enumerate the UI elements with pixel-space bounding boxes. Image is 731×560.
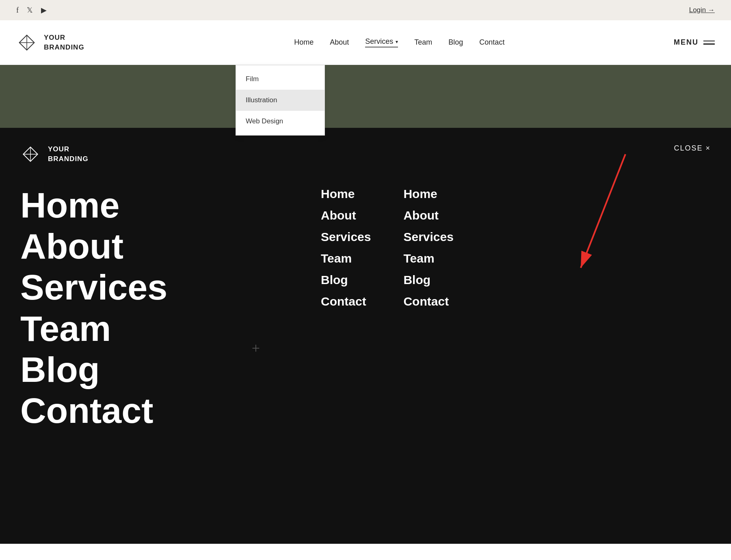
fs-nav-col-1: Home About Services Team Blog Contact [321,185,371,519]
fs-nav-about[interactable]: About [20,226,215,267]
fs-col1-about[interactable]: About [321,206,371,224]
fs-logo-icon [20,144,41,164]
nav-contact[interactable]: Contact [479,38,504,47]
fs-nav-home[interactable]: Home [20,185,215,226]
nav-team[interactable]: Team [414,38,432,47]
fs-nav-team[interactable]: Team [20,308,215,349]
menu-toggle[interactable]: MENU [674,38,715,47]
login-link[interactable]: Login → [689,6,715,14]
fs-col1-contact[interactable]: Contact [321,292,371,310]
youtube-icon[interactable]: ▶ [41,6,47,15]
main-nav: Home About Services ▾ Team Blog Contact [125,37,674,47]
fs-content: Home About Services Team Blog Contact + … [20,177,711,519]
header-wrapper: YOUR BRANDING Home About Services ▾ Team… [0,20,731,65]
nav-blog[interactable]: Blog [448,38,463,47]
fs-col2-team[interactable]: Team [403,249,453,267]
fs-nav-contact[interactable]: Contact [20,390,215,431]
fullscreen-menu: YOUR BRANDING CLOSE × Home About Service… [0,128,731,544]
fs-col1-team[interactable]: Team [321,249,371,267]
fs-logo-area[interactable]: YOUR BRANDING [20,144,89,164]
plus-icon[interactable]: + [252,340,260,357]
logo-text: YOUR BRANDING [44,33,84,52]
facebook-icon[interactable]: f [16,6,19,15]
fs-col1-services[interactable]: Services [321,228,371,246]
dropdown-item-webdesign[interactable]: Web Design [236,111,324,132]
close-button[interactable]: CLOSE × [674,144,711,153]
fs-col2-contact[interactable]: Contact [403,292,453,310]
fs-col2-home[interactable]: Home [403,185,453,203]
fs-col2-about[interactable]: About [403,206,453,224]
services-dropdown: Film Illustration Web Design [236,65,325,136]
fs-logo-text: YOUR BRANDING [48,144,89,164]
dropdown-item-film[interactable]: Film [236,69,324,90]
top-bar: f 𝕏 ▶ Login → [0,0,731,20]
hamburger-icon [703,41,715,45]
fs-col1-home[interactable]: Home [321,185,371,203]
main-header: YOUR BRANDING Home About Services ▾ Team… [0,20,731,65]
fs-plus-area: + [215,177,296,519]
nav-services[interactable]: Services ▾ [365,37,398,47]
fs-secondary-navs: Home About Services Team Blog Contact Ho… [296,177,711,519]
logo-icon [16,32,37,53]
fs-nav-services[interactable]: Services [20,267,215,308]
menu-label: MENU [674,38,699,47]
nav-home[interactable]: Home [294,38,314,47]
twitter-icon[interactable]: 𝕏 [27,6,33,15]
fs-col1-blog[interactable]: Blog [321,271,371,289]
hero-section [0,65,731,128]
chevron-down-icon: ▾ [396,39,398,45]
fs-nav-blog[interactable]: Blog [20,349,215,390]
fs-col2-services[interactable]: Services [403,228,453,246]
logo-area[interactable]: YOUR BRANDING [16,32,84,53]
fs-nav-col-2: Home About Services Team Blog Contact [403,185,453,519]
fs-header: YOUR BRANDING CLOSE × [20,144,711,164]
fs-col2-blog[interactable]: Blog [403,271,453,289]
nav-about[interactable]: About [330,38,349,47]
social-icons: f 𝕏 ▶ [16,6,47,15]
fs-main-nav: Home About Services Team Blog Contact [20,177,215,519]
dropdown-item-illustration[interactable]: Illustration [236,90,324,111]
